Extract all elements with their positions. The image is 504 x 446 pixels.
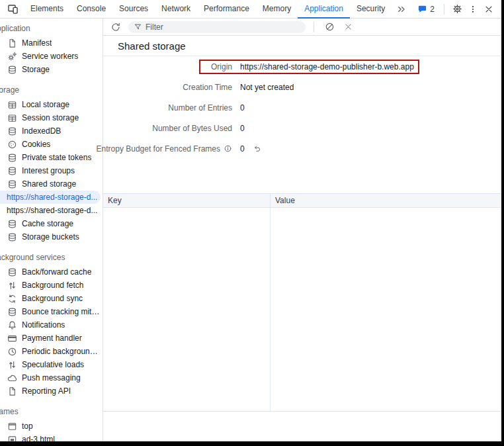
console-messages-count: 2 — [430, 5, 435, 14]
console-messages-badge[interactable]: 2 — [413, 4, 439, 14]
sidebar-section-storage: Storage — [0, 85, 103, 96]
field-label: Creation Time — [103, 83, 232, 92]
filter-box — [128, 21, 306, 33]
sidebar-item-storage[interactable]: Storage — [0, 63, 101, 76]
sidebar-item-cache-storage[interactable]: Cache storage — [0, 217, 101, 230]
sidebar-item-label: Cookies — [22, 140, 50, 149]
sidebar-item-local-storage[interactable]: Local storage — [0, 98, 101, 111]
shared-storage-panel: Shared storage Originhttps://shared-stor… — [103, 19, 504, 446]
sidebar-item-label: Storage buckets — [22, 232, 79, 242]
sidebar-item-interest-groups[interactable]: Interest groups — [0, 164, 101, 177]
field-row-entropy-budget-for-fenced-frames: Entropy Budget for Fenced Frames0 — [103, 138, 504, 159]
sidebar-item-top[interactable]: top — [0, 420, 101, 433]
field-value: 0 — [240, 144, 245, 154]
sidebar-item-label: Shared storage — [22, 179, 76, 189]
device-toolbar-icon[interactable] — [5, 2, 20, 17]
sidebar-item-label: Local storage — [22, 100, 69, 109]
database-icon — [7, 126, 17, 136]
sidebar-item-label: Cache storage — [22, 219, 73, 228]
doc-icon — [7, 386, 17, 396]
field-value: 0 — [240, 124, 245, 133]
toolbar-divider — [314, 22, 314, 32]
field-value: Not yet created — [240, 83, 294, 92]
sidebar-section-background-services: Background services — [0, 252, 103, 263]
sidebar-item-indexeddb[interactable]: IndexedDB — [0, 124, 101, 138]
clock-icon — [7, 347, 17, 357]
field-row-number-of-bytes-used: Number of Bytes Used0 — [103, 118, 504, 138]
database-icon — [7, 307, 17, 317]
database-icon — [7, 179, 17, 189]
card-icon — [7, 334, 17, 343]
filter-input[interactable] — [146, 22, 300, 32]
sidebar-item-manifest[interactable]: Manifest — [0, 36, 101, 50]
devtools-window: ElementsConsoleSourcesNetworkPerformance… — [0, 0, 504, 446]
sidebar-item-cookies[interactable]: Cookies — [0, 138, 101, 151]
info-icon[interactable] — [224, 144, 232, 153]
tab-sources[interactable]: Sources — [112, 0, 155, 19]
sidebar-item-reporting-api[interactable]: Reporting API — [0, 384, 101, 398]
sidebar-item-notifications[interactable]: Notifications — [0, 318, 101, 332]
sidebar-item-bounce-tracking-mitiga[interactable]: Bounce tracking mitiga... — [0, 305, 101, 318]
cookie-icon — [7, 140, 17, 150]
updown-icon — [7, 360, 17, 370]
sidebar-section-application: Application — [0, 23, 103, 34]
sidebar-item-label: Manifest — [22, 38, 52, 48]
delete-selected-icon[interactable] — [341, 20, 355, 34]
sidebar-item-push-messaging[interactable]: Push messaging — [0, 371, 101, 384]
sidebar-item-service-workers[interactable]: Service workers — [0, 50, 101, 63]
sidebar-item-label: Periodic background s... — [22, 347, 101, 356]
sidebar-item-periodic-background-s[interactable]: Periodic background s... — [0, 345, 101, 358]
tab-network[interactable]: Network — [155, 0, 197, 19]
devtools-tabbar: ElementsConsoleSourcesNetworkPerformance… — [0, 0, 504, 19]
application-sidebar: ApplicationManifestService workersStorag… — [0, 19, 103, 446]
kebab-menu-icon[interactable] — [466, 2, 480, 17]
window-edge-right — [501, 0, 504, 446]
close-devtools-icon[interactable] — [482, 2, 496, 17]
panel-toolbar — [103, 19, 504, 36]
sidebar-item-back-forward-cache[interactable]: Back/forward cache — [0, 265, 101, 279]
sidebar-item-label: Notifications — [22, 320, 65, 330]
sidebar-item-payment-handler[interactable]: Payment handler — [0, 332, 101, 345]
sidebar-item-shared-storage[interactable]: Shared storage — [0, 177, 101, 191]
sidebar-item-label: IndexedDB — [22, 126, 61, 136]
tabbar-controls: 2 — [413, 2, 504, 17]
gears-icon — [7, 52, 17, 62]
more-tabs-button[interactable] — [392, 5, 411, 14]
page-title: Shared storage — [118, 40, 186, 52]
tab-application[interactable]: Application — [298, 0, 350, 19]
sidebar-item-label: https://shared-storage-d... — [7, 206, 97, 215]
tab-security[interactable]: Security — [350, 0, 392, 19]
database-icon — [7, 232, 17, 242]
database-icon — [7, 153, 17, 163]
column-header-key[interactable]: Key — [103, 194, 271, 207]
sidebar-item-speculative-loads[interactable]: Speculative loads — [0, 358, 101, 371]
tab-performance[interactable]: Performance — [197, 0, 256, 19]
tab-console[interactable]: Console — [70, 0, 112, 19]
column-header-value[interactable]: Value — [271, 194, 504, 207]
sidebar-item-private-state-tokens[interactable]: Private state tokens — [0, 151, 101, 164]
sidebar-item-background-fetch[interactable]: Background fetch — [0, 279, 101, 292]
sidebar-item-https-shared-storage-d[interactable]: https://shared-storage-d... — [0, 191, 101, 204]
sidebar-item-label: Service workers — [22, 52, 78, 61]
sidebar-item-label: Back/forward cache — [22, 267, 91, 277]
shared-storage-table: KeyValue — [103, 193, 504, 412]
sidebar-item-label: https://shared-storage-d... — [7, 193, 97, 202]
sidebar-item-background-sync[interactable]: Background sync — [0, 292, 101, 305]
reset-icon[interactable] — [253, 144, 261, 153]
settings-gear-icon[interactable] — [450, 2, 464, 17]
sidebar-item-storage-buckets[interactable]: Storage buckets — [0, 230, 101, 244]
toolbar-divider — [444, 4, 444, 15]
sidebar-item-label: Speculative loads — [22, 360, 84, 369]
table-icon — [7, 100, 17, 110]
refresh-icon[interactable] — [108, 20, 123, 34]
message-bubble-icon — [417, 4, 427, 14]
clear-all-icon[interactable] — [322, 20, 337, 34]
table-header-row: KeyValue — [103, 194, 504, 208]
cloud-icon — [7, 373, 17, 383]
sidebar-item-https-shared-storage-d[interactable]: https://shared-storage-d... — [0, 204, 101, 217]
field-row-number-of-entries: Number of Entries0 — [103, 97, 504, 118]
tab-memory[interactable]: Memory — [256, 0, 298, 19]
tab-elements[interactable]: Elements — [24, 0, 70, 19]
sidebar-item-session-storage[interactable]: Session storage — [0, 111, 101, 124]
frame-icon — [7, 422, 17, 431]
